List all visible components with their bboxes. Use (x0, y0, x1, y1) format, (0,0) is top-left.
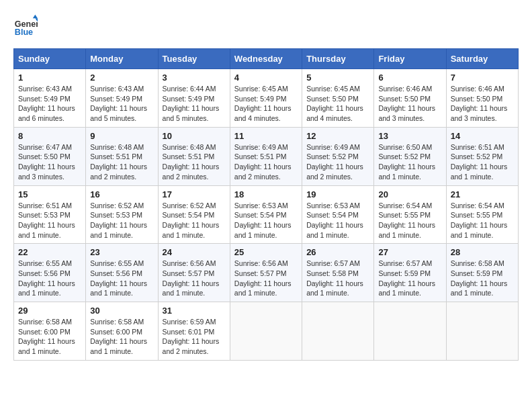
day-number: 26 (306, 247, 369, 257)
calendar-cell: 2Sunrise: 6:43 AMSunset: 5:49 PMDaylight… (86, 69, 158, 128)
day-number: 14 (451, 131, 514, 141)
calendar-cell: 17Sunrise: 6:52 AMSunset: 5:54 PMDayligh… (158, 185, 230, 244)
day-info: Sunrise: 6:43 AMSunset: 5:49 PMDaylight:… (18, 84, 81, 124)
calendar-cell: 8Sunrise: 6:47 AMSunset: 5:50 PMDaylight… (14, 127, 86, 185)
day-info: Sunrise: 6:46 AMSunset: 5:50 PMDaylight:… (451, 84, 514, 124)
day-number: 25 (234, 247, 298, 257)
day-info: Sunrise: 6:48 AMSunset: 5:51 PMDaylight:… (163, 142, 226, 182)
weekday-header-wednesday: Wednesday (230, 49, 302, 69)
day-info: Sunrise: 6:57 AMSunset: 5:58 PMDaylight:… (306, 259, 369, 298)
calendar-cell: 26Sunrise: 6:57 AMSunset: 5:58 PMDayligh… (302, 244, 374, 302)
calendar-cell: 13Sunrise: 6:50 AMSunset: 5:52 PMDayligh… (374, 127, 446, 185)
day-info: Sunrise: 6:54 AMSunset: 5:55 PMDaylight:… (451, 201, 514, 240)
day-info: Sunrise: 6:47 AMSunset: 5:50 PMDaylight:… (18, 142, 81, 182)
day-number: 22 (18, 247, 81, 257)
day-number: 4 (234, 73, 298, 83)
day-info: Sunrise: 6:52 AMSunset: 5:54 PMDaylight:… (163, 201, 226, 240)
calendar-body: 1Sunrise: 6:43 AMSunset: 5:49 PMDaylight… (14, 69, 519, 361)
day-number: 29 (18, 306, 81, 316)
weekday-header-tuesday: Tuesday (158, 49, 230, 69)
day-number: 3 (163, 73, 226, 83)
day-number: 23 (90, 247, 153, 257)
day-info: Sunrise: 6:55 AMSunset: 5:56 PMDaylight:… (90, 259, 153, 298)
day-info: Sunrise: 6:56 AMSunset: 5:57 PMDaylight:… (234, 259, 298, 298)
day-number: 17 (163, 189, 226, 199)
day-number: 13 (378, 131, 441, 141)
calendar-cell: 25Sunrise: 6:56 AMSunset: 5:57 PMDayligh… (230, 244, 302, 302)
calendar-cell: 22Sunrise: 6:55 AMSunset: 5:56 PMDayligh… (14, 244, 86, 302)
weekday-header-saturday: Saturday (446, 49, 518, 69)
calendar-cell: 1Sunrise: 6:43 AMSunset: 5:49 PMDaylight… (14, 69, 86, 128)
calendar-week-2: 8Sunrise: 6:47 AMSunset: 5:50 PMDaylight… (14, 127, 519, 185)
day-info: Sunrise: 6:57 AMSunset: 5:59 PMDaylight:… (378, 259, 441, 298)
day-info: Sunrise: 6:43 AMSunset: 5:49 PMDaylight:… (90, 84, 153, 124)
calendar-cell: 18Sunrise: 6:53 AMSunset: 5:54 PMDayligh… (230, 185, 302, 244)
weekday-header-friday: Friday (374, 49, 446, 69)
calendar-cell: 11Sunrise: 6:49 AMSunset: 5:51 PMDayligh… (230, 127, 302, 185)
day-info: Sunrise: 6:55 AMSunset: 5:56 PMDaylight:… (18, 259, 81, 298)
calendar-cell: 24Sunrise: 6:56 AMSunset: 5:57 PMDayligh… (158, 244, 230, 302)
logo: General Blue (13, 13, 40, 38)
day-info: Sunrise: 6:52 AMSunset: 5:53 PMDaylight:… (90, 201, 153, 240)
day-number: 16 (90, 189, 153, 199)
calendar-cell: 14Sunrise: 6:51 AMSunset: 5:52 PMDayligh… (446, 127, 518, 185)
day-number: 9 (90, 131, 153, 141)
calendar-cell (374, 302, 446, 361)
weekday-header-monday: Monday (86, 49, 158, 69)
calendar-cell (446, 302, 518, 361)
calendar-cell: 15Sunrise: 6:51 AMSunset: 5:53 PMDayligh… (14, 185, 86, 244)
calendar-cell: 23Sunrise: 6:55 AMSunset: 5:56 PMDayligh… (86, 244, 158, 302)
calendar-week-1: 1Sunrise: 6:43 AMSunset: 5:49 PMDaylight… (14, 69, 519, 128)
page-header: General Blue (13, 13, 519, 38)
day-number: 28 (451, 247, 514, 257)
weekday-header-thursday: Thursday (302, 49, 374, 69)
day-info: Sunrise: 6:59 AMSunset: 6:01 PMDaylight:… (163, 317, 226, 357)
day-number: 24 (163, 247, 226, 257)
calendar-cell: 6Sunrise: 6:46 AMSunset: 5:50 PMDaylight… (374, 69, 446, 128)
day-number: 31 (163, 306, 226, 316)
day-number: 7 (451, 73, 514, 83)
calendar-week-3: 15Sunrise: 6:51 AMSunset: 5:53 PMDayligh… (14, 185, 519, 244)
calendar-cell: 3Sunrise: 6:44 AMSunset: 5:49 PMDaylight… (158, 69, 230, 128)
day-number: 2 (90, 73, 153, 83)
calendar-cell: 16Sunrise: 6:52 AMSunset: 5:53 PMDayligh… (86, 185, 158, 244)
calendar-cell: 12Sunrise: 6:49 AMSunset: 5:52 PMDayligh… (302, 127, 374, 185)
day-number: 6 (378, 73, 441, 83)
day-number: 18 (234, 189, 298, 199)
day-number: 30 (90, 306, 153, 316)
calendar-week-5: 29Sunrise: 6:58 AMSunset: 6:00 PMDayligh… (14, 302, 519, 361)
day-number: 20 (378, 189, 441, 199)
svg-text:Blue: Blue (15, 28, 33, 37)
day-info: Sunrise: 6:54 AMSunset: 5:55 PMDaylight:… (378, 201, 441, 240)
calendar-cell: 28Sunrise: 6:58 AMSunset: 5:59 PMDayligh… (446, 244, 518, 302)
calendar-cell (230, 302, 302, 361)
calendar-cell (302, 302, 374, 361)
day-info: Sunrise: 6:48 AMSunset: 5:51 PMDaylight:… (90, 142, 153, 182)
day-number: 10 (163, 131, 226, 141)
logo-icon: General Blue (13, 13, 38, 38)
day-info: Sunrise: 6:44 AMSunset: 5:49 PMDaylight:… (163, 84, 226, 124)
calendar-cell: 20Sunrise: 6:54 AMSunset: 5:55 PMDayligh… (374, 185, 446, 244)
day-number: 8 (18, 131, 81, 141)
calendar-cell: 9Sunrise: 6:48 AMSunset: 5:51 PMDaylight… (86, 127, 158, 185)
calendar-cell: 29Sunrise: 6:58 AMSunset: 6:00 PMDayligh… (14, 302, 86, 361)
day-info: Sunrise: 6:58 AMSunset: 5:59 PMDaylight:… (451, 259, 514, 298)
calendar-cell: 10Sunrise: 6:48 AMSunset: 5:51 PMDayligh… (158, 127, 230, 185)
day-info: Sunrise: 6:45 AMSunset: 5:50 PMDaylight:… (306, 84, 369, 124)
day-info: Sunrise: 6:53 AMSunset: 5:54 PMDaylight:… (306, 201, 369, 240)
calendar-cell: 5Sunrise: 6:45 AMSunset: 5:50 PMDaylight… (302, 69, 374, 128)
day-info: Sunrise: 6:58 AMSunset: 6:00 PMDaylight:… (90, 317, 153, 357)
day-info: Sunrise: 6:58 AMSunset: 6:00 PMDaylight:… (18, 317, 81, 357)
calendar-cell: 31Sunrise: 6:59 AMSunset: 6:01 PMDayligh… (158, 302, 230, 361)
calendar-cell: 7Sunrise: 6:46 AMSunset: 5:50 PMDaylight… (446, 69, 518, 128)
day-info: Sunrise: 6:46 AMSunset: 5:50 PMDaylight:… (378, 84, 441, 124)
day-info: Sunrise: 6:51 AMSunset: 5:52 PMDaylight:… (451, 142, 514, 182)
calendar-week-4: 22Sunrise: 6:55 AMSunset: 5:56 PMDayligh… (14, 244, 519, 302)
day-info: Sunrise: 6:45 AMSunset: 5:49 PMDaylight:… (234, 84, 298, 124)
day-info: Sunrise: 6:56 AMSunset: 5:57 PMDaylight:… (163, 259, 226, 298)
calendar-cell: 21Sunrise: 6:54 AMSunset: 5:55 PMDayligh… (446, 185, 518, 244)
day-number: 1 (18, 73, 81, 83)
day-info: Sunrise: 6:49 AMSunset: 5:52 PMDaylight:… (306, 142, 369, 182)
day-info: Sunrise: 6:50 AMSunset: 5:52 PMDaylight:… (378, 142, 441, 182)
calendar-cell: 19Sunrise: 6:53 AMSunset: 5:54 PMDayligh… (302, 185, 374, 244)
